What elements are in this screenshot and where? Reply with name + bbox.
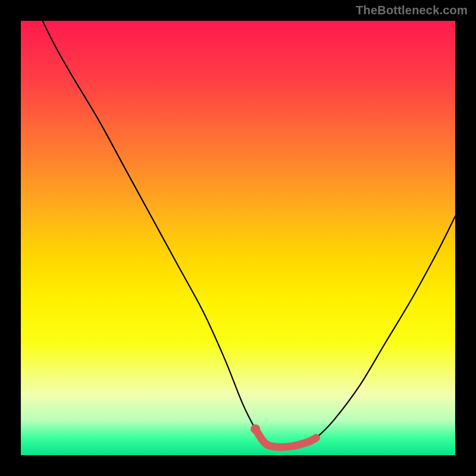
highlight-dot — [250, 424, 260, 434]
chart-frame: TheBottleneck.com — [0, 0, 476, 476]
watermark-text: TheBottleneck.com — [356, 4, 468, 17]
chart-svg — [21, 21, 455, 455]
highlight-segment — [255, 429, 316, 447]
bottleneck-curve — [43, 21, 456, 447]
plot-area — [21, 21, 455, 455]
